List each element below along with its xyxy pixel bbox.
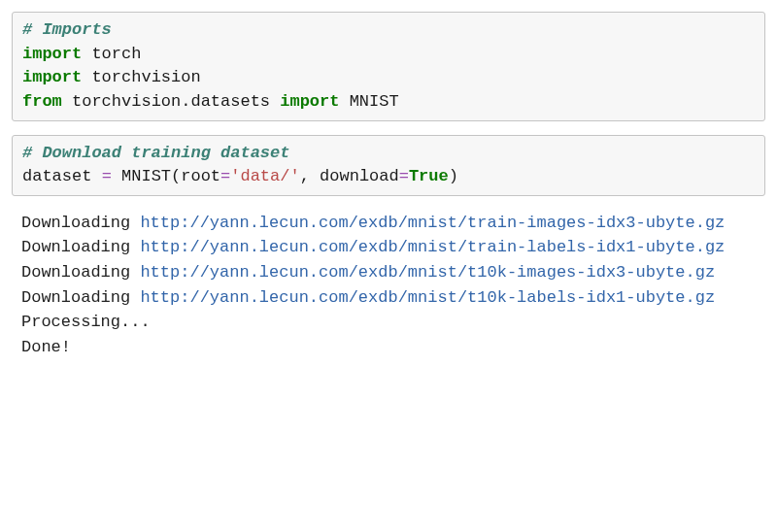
module-torchvision: torchvision [82, 68, 200, 86]
downloading-label: Downloading [21, 288, 140, 307]
code-cell-imports: # Imports import torch import torchvisio… [12, 12, 765, 121]
keyword-import: import [22, 45, 82, 63]
downloading-label: Downloading [21, 238, 140, 256]
module-torch: torch [82, 45, 141, 63]
download-url-2: http://yann.lecun.com/exdb/mnist/train-l… [140, 238, 725, 256]
comment-download: # Download training dataset [22, 144, 289, 162]
code-cell-download: # Download training dataset dataset = MN… [12, 135, 765, 196]
paren-close: ) [449, 167, 458, 185]
assign-op: = [102, 167, 112, 185]
output-cell: Downloading http://yann.lecun.com/exdb/m… [12, 210, 765, 363]
done-line: Done! [21, 336, 756, 360]
keyword-from: from [22, 92, 62, 111]
call-mnist: MNIST(root [112, 167, 220, 185]
string-data-path: 'data/' [230, 167, 299, 185]
comment-imports: # Imports [22, 20, 112, 39]
download-url-4: http://yann.lecun.com/exdb/mnist/t10k-la… [140, 288, 715, 307]
const-true: True [409, 167, 449, 185]
kwarg-eq: = [399, 167, 409, 185]
keyword-import: import [22, 68, 82, 86]
package-path: torchvision.datasets [62, 92, 280, 111]
download-line: Downloading http://yann.lecun.com/exdb/m… [21, 236, 756, 260]
download-url-1: http://yann.lecun.com/exdb/mnist/train-i… [140, 214, 725, 232]
keyword-import: import [280, 92, 339, 111]
processing-line: Processing... [21, 311, 756, 335]
downloading-label: Downloading [21, 214, 140, 232]
download-line: Downloading http://yann.lecun.com/exdb/m… [21, 286, 756, 311]
arg-download: , download [300, 167, 399, 185]
download-line: Downloading http://yann.lecun.com/exdb/m… [21, 212, 756, 236]
name-mnist: MNIST [339, 92, 398, 111]
downloading-label: Downloading [21, 263, 140, 282]
download-line: Downloading http://yann.lecun.com/exdb/m… [21, 261, 756, 285]
var-dataset: dataset [22, 167, 102, 185]
kwarg-eq: = [220, 167, 230, 185]
download-url-3: http://yann.lecun.com/exdb/mnist/t10k-im… [140, 263, 715, 282]
